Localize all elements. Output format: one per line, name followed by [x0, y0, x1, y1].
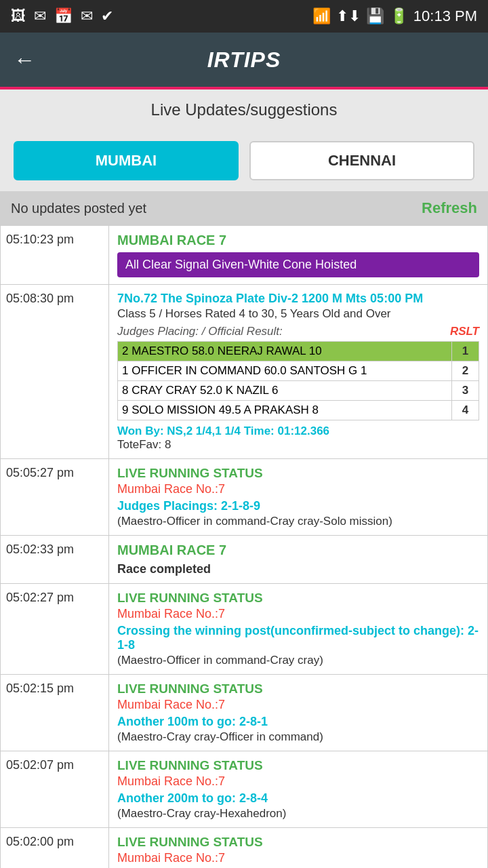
placings: Another 100m to go: 2-8-1	[117, 715, 479, 729]
content-cell: MUMBAI RACE 7 All Clear Signal Given-Whi…	[109, 226, 488, 285]
live-status-title: LIVE RUNNING STATUS	[117, 835, 479, 850]
horses: (Maestro-Cray cray-Hexahedron)	[117, 807, 479, 821]
race-header: MUMBAI RACE 7	[117, 542, 479, 558]
live-status-title: LIVE RUNNING STATUS	[117, 466, 479, 481]
race-no: Mumbai Race No.:7	[117, 774, 479, 789]
storage-icon: 💾	[366, 7, 384, 25]
race-no: Mumbai Race No.:7	[117, 482, 479, 496]
result-row: 9 SOLO MISSION 49.5 A PRAKASH 8 4	[118, 401, 479, 420]
table-row: 05:02:27 pm LIVE RUNNING STATUS Mumbai R…	[1, 584, 488, 675]
horses: (Maestro-Cray cray-Officer in command)	[117, 730, 479, 744]
app-title: IRTIPS	[207, 47, 281, 73]
time-cell: 05:10:23 pm	[1, 226, 109, 285]
race-no: Mumbai Race No.:7	[117, 851, 479, 865]
crossing: Crossing the winning post(unconfirmed-su…	[117, 624, 479, 652]
position: 2	[452, 361, 479, 381]
signal-icon: ⬆⬇	[336, 7, 361, 25]
table-row: 05:05:27 pm LIVE RUNNING STATUS Mumbai R…	[1, 459, 488, 536]
time-display: 10:13 PM	[413, 7, 477, 25]
placings: Judges Placings: 2-1-8-9	[117, 499, 479, 513]
table-row: 05:02:15 pm LIVE RUNNING STATUS Mumbai R…	[1, 675, 488, 751]
status-bar: 🖼 ✉ 📅 ✉ ✔ 📶 ⬆⬇ 💾 🔋 10:13 PM	[0, 0, 488, 33]
time-cell: 05:02:15 pm	[1, 675, 109, 751]
totefav: ToteFav: 8	[117, 438, 479, 452]
race-completed: Race completed	[117, 562, 479, 576]
content-cell: LIVE RUNNING STATUS Mumbai Race No.:7 Cr…	[109, 584, 488, 675]
time-cell: 05:02:27 pm	[1, 584, 109, 675]
position: 3	[452, 381, 479, 401]
table-row: 05:02:33 pm MUMBAI RACE 7 Race completed	[1, 536, 488, 584]
time-cell: 05:02:00 pm	[1, 828, 109, 869]
race-class: Class 5 / Horses Rated 4 to 30, 5 Years …	[117, 307, 479, 321]
refresh-button[interactable]: Refresh	[422, 199, 477, 217]
live-updates-title: Live Updates/suggestions	[151, 100, 338, 119]
live-status-title: LIVE RUNNING STATUS	[117, 758, 479, 773]
horse-name: 8 CRAY CRAY 52.0 K NAZIL 6	[118, 381, 452, 401]
result-row: 2 MAESTRO 58.0 NEERAJ RAWAL 10 1	[118, 342, 479, 361]
live-status-title: LIVE RUNNING STATUS	[117, 682, 479, 696]
judges-row: Judges Placing: / Official Result: RSLT	[117, 325, 479, 338]
back-button[interactable]: ←	[14, 47, 35, 73]
content-cell: 7No.72 The Spinoza Plate Div-2 1200 M Mt…	[109, 285, 488, 459]
result-row: 8 CRAY CRAY 52.0 K NAZIL 6 3	[118, 381, 479, 401]
mail-icon: ✉	[34, 7, 46, 25]
content-cell: MUMBAI RACE 7 Race completed	[109, 536, 488, 584]
photo-icon: 🖼	[11, 7, 26, 25]
time-cell: 05:02:33 pm	[1, 536, 109, 584]
content-cell: LIVE RUNNING STATUS Mumbai Race No.:7 Ju…	[109, 459, 488, 536]
live-status-title: LIVE RUNNING STATUS	[117, 591, 479, 606]
wifi-icon: 📶	[312, 7, 331, 25]
placings: Another 200m to go: 2-8-4	[117, 791, 479, 806]
table-row: 05:10:23 pm MUMBAI RACE 7 All Clear Sign…	[1, 226, 488, 285]
mail2-icon: ✉	[81, 7, 93, 25]
tab-chennai[interactable]: CHENNAI	[249, 141, 474, 180]
race-no: Mumbai Race No.:7	[117, 698, 479, 712]
won-by: Won By: NS,2 1/4,1 1/4 Time: 01:12.366	[117, 425, 479, 438]
app-header: ← IRTIPS	[0, 33, 488, 87]
battery-icon: 🔋	[390, 7, 408, 25]
content-cell: LIVE RUNNING STATUS Mumbai Race No.:7 An…	[109, 675, 488, 751]
check-icon: ✔	[101, 7, 113, 25]
rslt-label: RSLT	[450, 325, 479, 338]
result-table: 2 MAESTRO 58.0 NEERAJ RAWAL 10 1 1 OFFIC…	[117, 341, 479, 420]
content-cell: LIVE RUNNING STATUS Mumbai Race No.:7 An…	[109, 751, 488, 828]
updates-table: 05:10:23 pm MUMBAI RACE 7 All Clear Sign…	[0, 225, 488, 868]
no-updates-bar: No updates posted yet Refresh	[0, 191, 488, 225]
live-updates-header: Live Updates/suggestions	[0, 90, 488, 130]
no-updates-text: No updates posted yet	[11, 201, 146, 216]
status-bar-left: 🖼 ✉ 📅 ✉ ✔	[11, 7, 113, 25]
time-cell: 05:02:07 pm	[1, 751, 109, 828]
content-cell: LIVE RUNNING STATUS Mumbai Race No.:7 An…	[109, 828, 488, 869]
table-row: 05:02:00 pm LIVE RUNNING STATUS Mumbai R…	[1, 828, 488, 869]
horse-name: 1 OFFICER IN COMMAND 60.0 SANTOSH G 1	[118, 361, 452, 381]
city-tabs: MUMBAI CHENNAI	[0, 130, 488, 191]
horses: (Maestro-Officer in command-Cray cray-So…	[117, 515, 479, 528]
signal-banner: All Clear Signal Given-White Cone Hoiste…	[117, 252, 479, 277]
time-cell: 05:05:27 pm	[1, 459, 109, 536]
horses: (Maestro-Officer in command-Cray cray)	[117, 654, 479, 667]
time-cell: 05:08:30 pm	[1, 285, 109, 459]
horse-name: 9 SOLO MISSION 49.5 A PRAKASH 8	[118, 401, 452, 420]
judges-label: Judges Placing: / Official Result:	[117, 325, 283, 338]
race-no: Mumbai Race No.:7	[117, 607, 479, 621]
calendar-icon: 📅	[54, 7, 73, 25]
horse-name: 2 MAESTRO 58.0 NEERAJ RAWAL 10	[118, 342, 452, 361]
status-bar-right: 📶 ⬆⬇ 💾 🔋 10:13 PM	[312, 7, 477, 25]
position: 1	[452, 342, 479, 361]
result-row: 1 OFFICER IN COMMAND 60.0 SANTOSH G 1 2	[118, 361, 479, 381]
tab-mumbai[interactable]: MUMBAI	[14, 141, 239, 180]
race-sub-header: 7No.72 The Spinoza Plate Div-2 1200 M Mt…	[117, 292, 479, 306]
table-row: 05:08:30 pm 7No.72 The Spinoza Plate Div…	[1, 285, 488, 459]
race-header: MUMBAI RACE 7	[117, 233, 479, 248]
position: 4	[452, 401, 479, 420]
table-row: 05:02:07 pm LIVE RUNNING STATUS Mumbai R…	[1, 751, 488, 828]
